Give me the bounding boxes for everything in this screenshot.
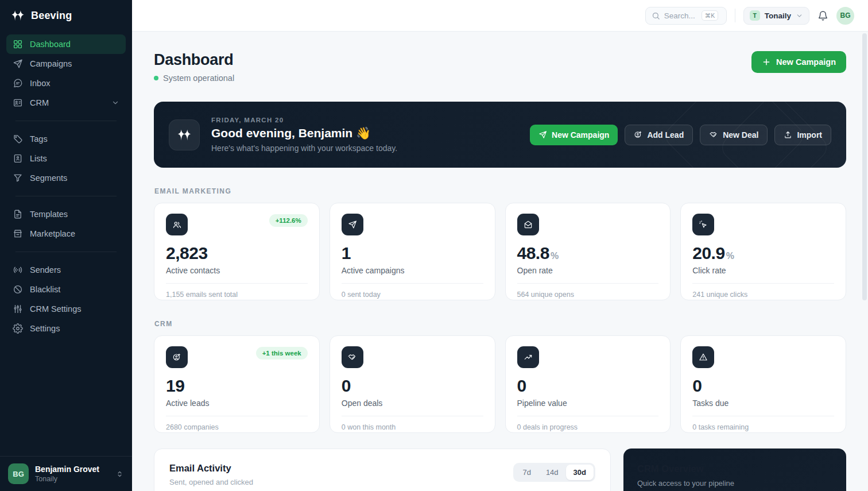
stat-value: 2,823 xyxy=(166,243,208,263)
sidebar-item-label: Settings xyxy=(30,324,60,333)
new-deal-button[interactable]: New Deal xyxy=(700,125,768,145)
stat-card-active-contacts[interactable]: +112.6% 2,823 Active contacts 1,155 emai… xyxy=(154,203,320,300)
sidebar-item-blacklist[interactable]: Blacklist xyxy=(6,280,126,299)
crm-overview-title: CRM Overview xyxy=(637,463,832,474)
email-activity-panel: Email Activity Sent, opened and clicked … xyxy=(154,449,611,491)
stat-card-tasks-due[interactable]: 0 Tasks due 0 tasks remaining xyxy=(680,335,846,433)
stat-footer: 564 unique opens xyxy=(517,283,659,299)
sidebar-item-crm-settings[interactable]: CRM Settings xyxy=(6,299,126,319)
sidebar-item-senders[interactable]: Senders xyxy=(6,260,126,280)
stat-card-pipeline-value[interactable]: 0 Pipeline value 0 deals in progress xyxy=(505,335,671,433)
stat-label: Open deals xyxy=(342,399,483,408)
gear-icon xyxy=(13,323,23,334)
sidebar-item-label: Segments xyxy=(30,173,67,183)
upload-icon xyxy=(784,130,792,139)
period-30d-button[interactable]: 30d xyxy=(566,465,594,480)
sliders-icon xyxy=(13,304,23,314)
sidebar-item-label: Inbox xyxy=(30,79,50,88)
stat-label: Click rate xyxy=(692,266,834,275)
handshake-icon xyxy=(709,130,718,140)
new-campaign-button[interactable]: New Campaign xyxy=(751,51,846,73)
stat-value: 0 xyxy=(342,376,351,396)
notifications-bell-icon[interactable] xyxy=(817,10,828,21)
status-label: System operational xyxy=(163,74,234,83)
stat-card-active-leads[interactable]: +1 this week 19 Active leads 2680 compan… xyxy=(154,335,320,433)
sidebar-item-label: Blacklist xyxy=(30,285,60,294)
sidebar: Beeving Dashboard Campaigns Inbox CRM Ta… xyxy=(0,0,132,491)
stat-card-open-rate[interactable]: 48.8% Open rate 564 unique opens xyxy=(505,203,671,300)
paper-plane-icon xyxy=(342,214,363,235)
stat-card-click-rate[interactable]: 20.9% Click rate 241 unique clicks xyxy=(680,203,846,300)
search-icon xyxy=(652,11,660,20)
sidebar-item-crm[interactable]: CRM xyxy=(6,93,126,113)
add-lead-button[interactable]: Add Lead xyxy=(625,125,693,145)
crm-cards: +1 this week 19 Active leads 2680 compan… xyxy=(154,335,846,433)
system-status: System operational xyxy=(154,74,234,83)
profile-avatar[interactable]: BG xyxy=(836,7,854,25)
paper-plane-icon xyxy=(13,59,23,69)
beeving-sparkle-icon xyxy=(169,119,200,150)
storefront-icon xyxy=(13,229,23,239)
cursor-click-icon xyxy=(692,214,714,235)
sidebar-item-inbox[interactable]: Inbox xyxy=(6,74,126,93)
trend-badge: +112.6% xyxy=(269,214,308,227)
stat-value: 0 xyxy=(517,376,526,396)
stat-value: 1 xyxy=(342,243,351,263)
sidebar-item-dashboard[interactable]: Dashboard xyxy=(6,34,126,54)
sidebar-item-marketplace[interactable]: Marketplace xyxy=(6,224,126,243)
vertical-scrollbar[interactable] xyxy=(862,33,867,300)
trend-badge: +1 this week xyxy=(256,347,308,359)
workspace-selector[interactable]: T Tonaily xyxy=(743,7,809,25)
stat-label: Active leads xyxy=(166,399,308,408)
sidebar-divider xyxy=(16,121,117,121)
stat-value: 20.9 xyxy=(692,243,724,263)
search-input[interactable] xyxy=(664,11,698,20)
sidebar-item-tags[interactable]: Tags xyxy=(6,129,126,149)
dashboard-content: Dashboard System operational New Campaig… xyxy=(132,32,868,491)
trend-up-icon xyxy=(517,346,539,368)
sidebar-item-label: Campaigns xyxy=(30,59,72,68)
paper-plane-icon xyxy=(538,130,547,139)
user-name: Benjamin Grovet xyxy=(35,465,109,474)
sidebar-item-campaigns[interactable]: Campaigns xyxy=(6,54,126,74)
brand-logo: Beeving xyxy=(0,0,132,30)
email-marketing-cards: +112.6% 2,823 Active contacts 1,155 emai… xyxy=(154,203,846,300)
chevron-down-icon xyxy=(111,99,119,107)
search-input-wrapper[interactable]: ⌘K xyxy=(645,7,727,25)
broadcast-icon xyxy=(13,265,23,275)
sidebar-item-label: Senders xyxy=(30,265,61,275)
address-book-icon xyxy=(13,153,23,164)
period-14d-button[interactable]: 14d xyxy=(538,465,566,480)
sidebar-item-lists[interactable]: Lists xyxy=(6,149,126,168)
user-avatar: BG xyxy=(8,463,29,484)
page-title: Dashboard xyxy=(154,51,234,69)
crm-overview-panel: CRM Overview Quick access to your pipeli… xyxy=(623,449,846,491)
chevron-down-icon xyxy=(796,12,803,20)
stat-footer: 0 tasks remaining xyxy=(692,416,834,431)
stat-card-open-deals[interactable]: 0 Open deals 0 won this month xyxy=(330,335,495,433)
stat-value: 48.8 xyxy=(517,243,549,263)
chevron-up-down-icon xyxy=(115,470,124,478)
sidebar-item-segments[interactable]: Segments xyxy=(6,168,126,188)
stat-label: Open rate xyxy=(517,266,659,275)
import-button[interactable]: Import xyxy=(774,125,831,145)
greeting-banner: FRIDAY, MARCH 20 Good evening, Benjamin … xyxy=(154,102,846,168)
sidebar-item-templates[interactable]: Templates xyxy=(6,204,126,224)
user-plus-icon xyxy=(634,130,642,139)
sidebar-item-label: Templates xyxy=(30,210,68,219)
workspace-name: Tonaily xyxy=(765,11,791,20)
sidebar-user-menu[interactable]: BG Benjamin Grovet Tonaily xyxy=(0,456,132,491)
sidebar-item-label: Tags xyxy=(30,134,48,144)
topbar-divider xyxy=(735,9,735,22)
banner-new-campaign-button[interactable]: New Campaign xyxy=(530,125,618,145)
stat-card-active-campaigns[interactable]: 1 Active campaigns 0 sent today xyxy=(330,203,495,300)
crm-overview-subtitle: Quick access to your pipeline xyxy=(637,479,832,488)
stat-value: 0 xyxy=(692,376,702,396)
sidebar-item-settings[interactable]: Settings xyxy=(6,319,126,338)
status-dot xyxy=(154,76,158,80)
stat-footer: 0 won this month xyxy=(342,416,483,431)
sidebar-divider xyxy=(16,196,117,196)
alert-triangle-icon xyxy=(692,346,714,368)
period-7d-button[interactable]: 7d xyxy=(515,465,538,480)
user-plus-icon xyxy=(166,346,188,368)
